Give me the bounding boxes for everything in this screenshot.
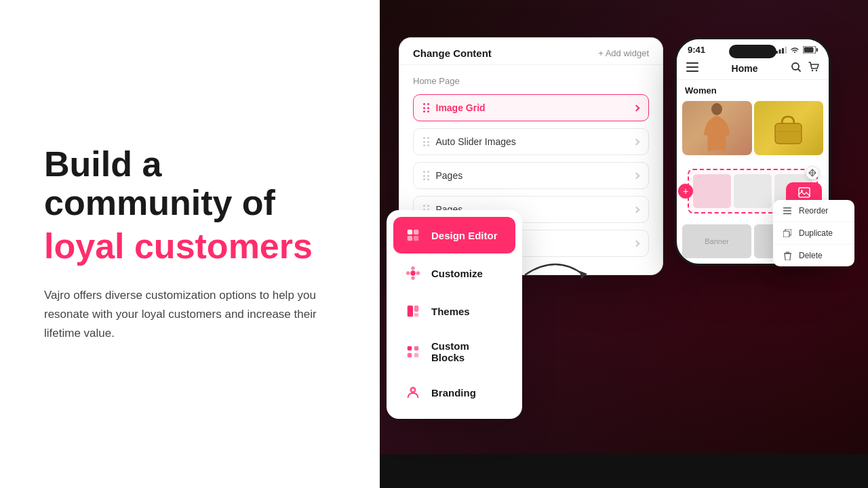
phone-image-row: [677, 98, 829, 161]
menu-item-themes[interactable]: Themes: [393, 293, 515, 329]
tablet-title: Change Content: [413, 47, 492, 59]
context-menu: Reorder Duplicate Delete: [773, 200, 854, 266]
chevron-right-icon: [633, 206, 640, 213]
svg-rect-1: [414, 230, 418, 235]
left-section: Build a community of loyal customers Vaj…: [0, 0, 380, 488]
signal-icon: [776, 47, 787, 54]
svg-rect-20: [779, 49, 781, 54]
banner-cell-1: Banner: [682, 224, 751, 258]
cart-icon[interactable]: [808, 62, 819, 75]
headline-text-1: Build a: [44, 144, 161, 184]
svg-rect-37: [783, 207, 791, 209]
widget-label: Image Grid: [436, 102, 486, 113]
drag-handle: [423, 103, 429, 113]
svg-rect-25: [816, 48, 818, 52]
reorder-label: Reorder: [799, 206, 828, 216]
grid-cell-1: [693, 174, 731, 208]
reorder-icon: [783, 206, 792, 216]
right-section: Change Content + Add widget Home Page Im…: [380, 0, 868, 488]
svg-point-17: [412, 389, 414, 392]
wifi-icon: [790, 47, 800, 54]
widget-label: Pages: [436, 170, 463, 181]
delete-label: Delete: [799, 251, 823, 260]
menu-item-branding[interactable]: Branding: [393, 374, 515, 411]
drag-handle: [423, 171, 429, 180]
grid-cell-2: [734, 174, 772, 208]
menu-item-custom-blocks[interactable]: Custom Blocks: [393, 331, 515, 373]
svg-rect-13: [414, 346, 418, 350]
widget-row-left: Auto Slider Images: [423, 136, 516, 147]
widget-row-left: Pages: [423, 170, 462, 181]
svg-rect-14: [408, 353, 412, 357]
chevron-right-icon: [633, 138, 640, 145]
svg-rect-9: [408, 306, 413, 317]
svg-rect-33: [775, 123, 802, 144]
page-label: Home Page: [413, 76, 649, 86]
svg-rect-21: [782, 48, 784, 54]
svg-rect-22: [785, 47, 787, 54]
svg-point-5: [406, 271, 410, 275]
svg-rect-26: [686, 62, 698, 64]
hamburger-icon[interactable]: [686, 62, 698, 75]
drag-handle: [423, 137, 429, 146]
custom-blocks-icon: [404, 343, 422, 361]
chevron-right-icon: [633, 104, 640, 111]
product-image-bag: [754, 101, 824, 155]
menu-item-label: Design Editor: [431, 230, 498, 241]
headline-line1: Build a community of: [44, 145, 339, 222]
svg-marker-18: [580, 270, 588, 279]
phone-nav-actions: [791, 62, 819, 75]
svg-rect-28: [686, 70, 698, 72]
menu-item-customize[interactable]: Customize: [393, 255, 515, 291]
add-widget-button[interactable]: + Add widget: [598, 48, 649, 58]
svg-rect-10: [414, 306, 418, 312]
menu-item-label: Branding: [431, 387, 476, 399]
delete-icon: [783, 251, 792, 260]
svg-rect-11: [414, 313, 418, 317]
curved-arrow: [522, 261, 590, 291]
widget-row-auto-slider[interactable]: Auto Slider Images: [413, 128, 649, 155]
headline-pink: loyal customers: [44, 225, 339, 267]
phone-nav-bar: Home: [677, 58, 829, 80]
svg-point-6: [416, 271, 420, 275]
customize-icon: [404, 264, 422, 282]
chevron-right-icon: [633, 172, 640, 179]
svg-rect-2: [408, 236, 412, 241]
description-text: Vajro offers diverse customization optio…: [44, 286, 339, 343]
search-icon[interactable]: [791, 62, 802, 75]
headline-text-2: community of: [44, 183, 275, 222]
battery-icon: [803, 46, 818, 54]
svg-point-30: [812, 70, 813, 71]
svg-rect-12: [408, 346, 412, 350]
phone-nav-title: Home: [732, 63, 758, 74]
add-row-button[interactable]: +: [678, 184, 693, 199]
menu-item-label: Custom Blocks: [431, 340, 505, 363]
svg-rect-3: [414, 236, 418, 241]
design-editor-icon: [404, 226, 422, 244]
menu-panel: Design Editor Customize: [387, 210, 522, 419]
svg-rect-41: [783, 231, 789, 237]
branding-icon: [404, 384, 422, 401]
duplicate-label: Duplicate: [799, 228, 833, 238]
themes-icon: [404, 302, 422, 320]
svg-rect-0: [408, 230, 412, 235]
widget-row-pages-1[interactable]: Pages: [413, 162, 649, 189]
svg-point-31: [816, 70, 817, 71]
menu-item-label: Themes: [431, 306, 470, 317]
context-item-delete[interactable]: Delete: [773, 245, 854, 266]
widget-label: Auto Slider Images: [436, 136, 516, 147]
svg-point-8: [411, 277, 415, 281]
context-item-duplicate[interactable]: Duplicate: [773, 222, 854, 245]
menu-item-label: Customize: [431, 268, 483, 279]
svg-rect-24: [804, 47, 814, 53]
tablet-header: Change Content + Add widget: [399, 38, 663, 65]
svg-rect-38: [783, 210, 791, 211]
phone-status-icons: [776, 46, 818, 54]
context-item-reorder[interactable]: Reorder: [773, 200, 854, 222]
widget-row-image-grid[interactable]: Image Grid: [413, 94, 649, 121]
svg-rect-27: [686, 66, 698, 68]
menu-item-design-editor[interactable]: Design Editor: [393, 217, 515, 253]
widget-row-left: Image Grid: [423, 102, 486, 113]
move-icon[interactable]: [806, 166, 819, 180]
svg-point-36: [801, 190, 803, 192]
